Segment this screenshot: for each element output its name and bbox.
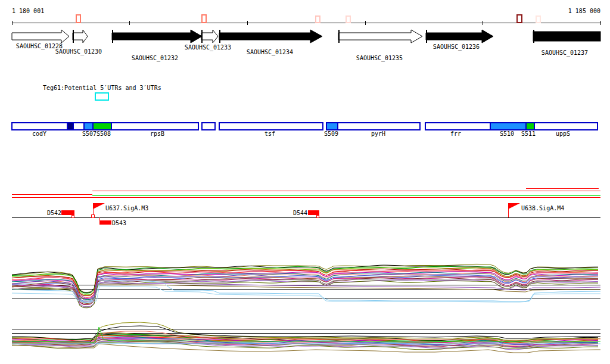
gene-arrow-SAOUHSC_01233[interactable] xyxy=(201,30,218,43)
feature-box-D544[interactable] xyxy=(308,210,319,215)
plot-series-outlier xyxy=(12,286,600,303)
gene-arrow-SAOUHSC_01232[interactable] xyxy=(112,30,202,43)
operon-box[interactable] xyxy=(326,123,420,130)
ruler-marker[interactable] xyxy=(316,16,320,23)
feature-box-D542[interactable] xyxy=(61,210,74,215)
operon-sub-feature[interactable] xyxy=(93,123,111,130)
feature-square-marker[interactable] xyxy=(92,214,95,217)
gene-arrow-SAOUHSC_01234[interactable] xyxy=(219,30,322,43)
ruler-marker[interactable] xyxy=(202,15,206,23)
gene-arrow-SAOUHSC_01236[interactable] xyxy=(426,30,493,43)
ruler-marker[interactable] xyxy=(76,15,80,23)
genome-browser-window: 1 180 001 1 185 000 Teg61:Potential 5′UT… xyxy=(0,0,610,364)
feature-square-marker[interactable] xyxy=(316,215,319,217)
feature-square-marker[interactable] xyxy=(71,215,74,217)
graphics-canvas xyxy=(0,0,610,364)
ruler-marker[interactable] xyxy=(517,15,522,23)
gene-arrow-SAOUHSC_01237[interactable] xyxy=(533,32,600,41)
flag-U637.SigA.M3[interactable] xyxy=(93,203,105,209)
gene-arrow-SAOUHSC_01230[interactable] xyxy=(73,30,88,43)
operon-sub-feature[interactable] xyxy=(84,123,93,130)
feature-box-D543[interactable] xyxy=(99,220,111,225)
utr-feature-box[interactable] xyxy=(95,93,108,100)
operon-sub-feature[interactable] xyxy=(326,123,338,130)
gene-arrow-SAOUHSC_01228[interactable] xyxy=(12,30,69,43)
operon-sub-feature[interactable] xyxy=(526,123,534,130)
ruler-marker[interactable] xyxy=(536,16,540,23)
operon-box[interactable] xyxy=(219,123,323,130)
ruler-marker[interactable] xyxy=(346,16,350,23)
gene-arrow-SAOUHSC_01235[interactable] xyxy=(338,30,422,43)
operon-sub-feature[interactable] xyxy=(490,123,526,130)
operon-sub-feature[interactable] xyxy=(67,123,73,130)
flag-U638.SigA.M4[interactable] xyxy=(508,203,520,209)
operon-box[interactable] xyxy=(202,123,215,130)
